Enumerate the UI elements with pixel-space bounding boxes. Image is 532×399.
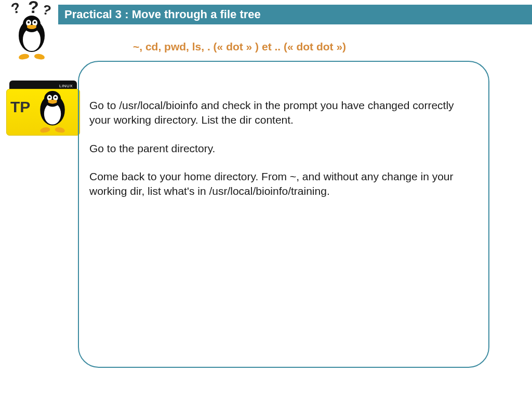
folder-tab-label: LINUX [59, 84, 73, 88]
tp-folder-icon: LINUX TP [4, 81, 82, 138]
page-title: Practical 3 : Move through a file tree [64, 8, 261, 21]
tp-label: TP [10, 98, 30, 116]
penguin-icon [37, 91, 69, 130]
instruction-paragraph: Go to the parent directory. [89, 141, 473, 156]
commands-subtitle: ~, cd, pwd, ls, . (« dot » ) et .. (« do… [133, 41, 346, 53]
penguin-icon [16, 16, 49, 57]
instruction-paragraph: Go to /usr/local/bioinfo and check in th… [89, 98, 473, 128]
instructions-box: Go to /usr/local/bioinfo and check in th… [78, 61, 489, 368]
instruction-paragraph: Come back to your home directory. From ~… [89, 169, 473, 199]
header-bar: Practical 3 : Move through a file tree [58, 5, 532, 24]
tux-question-icon: ? ? ? [6, 0, 56, 60]
